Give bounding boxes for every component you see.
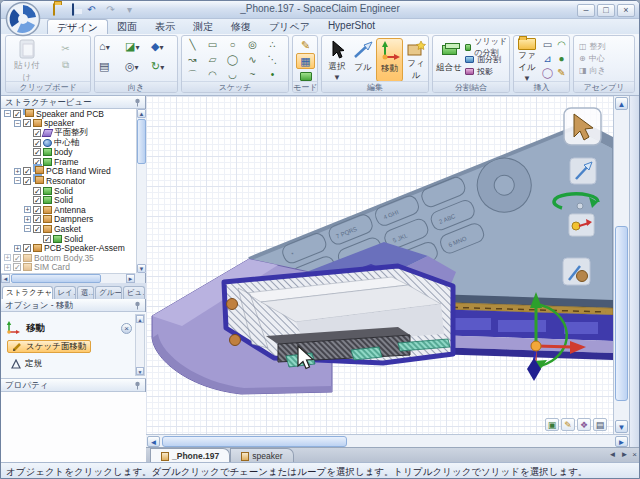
document-tab-speaker[interactable]: speaker <box>230 448 293 463</box>
checkbox-icon[interactable]: ✓ <box>33 206 41 214</box>
tree-item[interactable]: −✓Gasket <box>1 224 146 234</box>
tree-item[interactable]: +✓PCB-Speaker-Assem <box>1 243 146 253</box>
phone-section-stack[interactable] <box>431 294 613 360</box>
home-view-icon[interactable]: ⌂▾ <box>99 40 125 60</box>
checkbox-icon[interactable]: ✓ <box>33 196 41 204</box>
sketch-point-icon[interactable]: • <box>265 68 280 81</box>
checkbox-icon[interactable]: ✓ <box>33 129 41 137</box>
checkbox-icon[interactable]: ✓ <box>33 158 41 166</box>
checkbox-icon[interactable]: ✓ <box>23 119 31 127</box>
paste-button[interactable]: 貼り付け <box>10 38 44 82</box>
sketch-construction-icon[interactable]: ∴ <box>265 38 280 51</box>
spin-icon[interactable]: ↻▾ <box>151 60 177 80</box>
tree-item[interactable]: ✓Solid <box>1 234 146 244</box>
sketch-points-icon[interactable]: ⋱ <box>265 53 280 66</box>
tree-item[interactable]: −✓Resonator <box>1 176 146 186</box>
scroll-up-icon[interactable]: ▲ <box>137 109 146 118</box>
sketch-rectangle-icon[interactable]: ▭ <box>205 38 220 51</box>
insert-file-button[interactable]: ファイル ▼ <box>514 38 540 82</box>
combine-button[interactable]: 組合せ <box>434 38 464 82</box>
pin-icon[interactable] <box>133 301 142 310</box>
checkbox-icon[interactable]: ✓ <box>23 177 31 185</box>
pull-button[interactable]: プル <box>351 38 375 82</box>
sketch-sweep-arc-icon[interactable]: ◡ <box>225 68 240 81</box>
options-close-icon[interactable]: × <box>121 323 132 334</box>
align-button[interactable]: ◫整列 <box>579 40 606 52</box>
iso-view-icon[interactable]: ◆▾ <box>151 40 177 60</box>
scroll-left-icon[interactable]: ◄ <box>147 436 160 447</box>
maximize-button[interactable]: □ <box>597 4 615 17</box>
tree-item[interactable]: +✓Antenna <box>1 205 146 215</box>
checkbox-icon[interactable]: ✓ <box>23 167 31 175</box>
sketch-edit-icon[interactable]: ✎ <box>561 418 575 431</box>
viewport-horizontal-scrollbar[interactable]: ◄ ► <box>146 434 629 447</box>
tab-display[interactable]: 表示 <box>146 19 184 34</box>
zoom-icon[interactable]: ◎▾ <box>125 60 151 80</box>
snapshot-icon[interactable]: ▤ <box>593 418 607 431</box>
save-icon[interactable] <box>64 3 81 17</box>
3d-model-canvas[interactable]: * 7 PQRS 4 GHI 8 TUV 5 JKL 2 ABC 6 MNO <box>146 96 613 434</box>
scroll-up-icon[interactable]: ▲ <box>136 315 144 323</box>
checkbox-icon[interactable]: ✓ <box>33 215 41 223</box>
prev-tab-icon[interactable]: ◄ <box>608 450 616 459</box>
document-tab-phone[interactable]: _Phone.197 <box>150 448 230 463</box>
qat-dropdown-icon[interactable]: ▾ <box>121 3 138 17</box>
tab-measure[interactable]: 測定 <box>184 19 222 34</box>
option-sketch-plane-move[interactable]: スケッチ面移動 <box>7 340 91 353</box>
scroll-down-icon[interactable]: ▼ <box>137 264 146 273</box>
insert-sphere-icon[interactable]: ● <box>555 52 568 65</box>
select-button[interactable]: 選択 ▼ <box>324 38 350 82</box>
tree-item[interactable]: +✓Bottom Body.35 <box>1 253 146 263</box>
tree-item[interactable]: +✓SIM Card <box>1 263 146 273</box>
tree-item[interactable]: ✓Frame <box>1 157 146 167</box>
sketch-circle-icon[interactable]: ○ <box>225 38 240 51</box>
checkbox-icon[interactable]: ✓ <box>33 187 41 195</box>
component-view-icon[interactable]: ▤ <box>99 60 125 80</box>
tree-item[interactable]: ✓中心軸 <box>1 138 146 148</box>
tab-design[interactable]: デザイン <box>47 19 108 34</box>
checkbox-icon[interactable]: ✓ <box>13 110 21 118</box>
insert-shell-icon[interactable]: ◯ <box>541 66 554 79</box>
scrollbar-thumb[interactable] <box>11 274 101 283</box>
point-float-button[interactable] <box>563 258 590 285</box>
sketch-polygon-icon[interactable]: ▱ <box>205 53 220 66</box>
expander-icon[interactable]: + <box>14 245 21 252</box>
sketch-line-icon[interactable]: ╲ <box>185 38 200 51</box>
checkbox-icon[interactable]: ✓ <box>33 148 41 156</box>
scrollbar-thumb[interactable] <box>615 226 628 401</box>
tab-hypershot[interactable]: HyperShot <box>319 19 384 34</box>
checkbox-icon[interactable]: ✓ <box>33 225 41 233</box>
annotation-icon[interactable]: ❖ <box>577 418 591 431</box>
viewport-vertical-scrollbar[interactable]: ▲ ▼ <box>613 96 629 434</box>
insert-axis-icon[interactable]: ⊿ <box>541 52 554 65</box>
tab-detail[interactable]: 図面 <box>108 19 146 34</box>
close-tab-icon[interactable]: × <box>632 450 637 459</box>
scroll-up-icon[interactable]: ▲ <box>615 97 628 110</box>
panel-tab-layers[interactable]: レイ… <box>54 286 76 299</box>
insert-plane-icon[interactable]: ▭ <box>541 38 554 51</box>
orient-button[interactable]: ◨向き <box>579 64 606 76</box>
scroll-right-icon[interactable]: ► <box>615 436 628 447</box>
tree-item[interactable]: −✓Speaker and PCB <box>1 109 146 119</box>
expander-icon[interactable]: + <box>4 254 11 261</box>
scrollbar-thumb[interactable] <box>137 119 146 164</box>
sketch-arc-icon[interactable]: ⌒ <box>185 68 200 81</box>
pin-icon[interactable] <box>133 98 142 107</box>
panel-tab-views[interactable]: ビュ… <box>123 286 145 299</box>
checkbox-icon[interactable]: ✓ <box>23 244 31 252</box>
select-tool-float-button[interactable] <box>564 108 601 145</box>
sketch-tangent-line-icon[interactable]: ↝ <box>185 53 200 66</box>
plan-view-icon[interactable]: ◪▾ <box>125 40 151 60</box>
solid-view-toggle-icon[interactable]: ▣ <box>545 418 559 431</box>
expander-icon[interactable]: − <box>24 225 31 232</box>
move-button[interactable]: 移動 <box>376 38 403 82</box>
spaceclaim-logo-icon[interactable] <box>5 1 41 37</box>
expander-icon[interactable]: + <box>14 168 21 175</box>
tree-horizontal-scrollbar[interactable]: ◄ ► <box>1 273 135 283</box>
cut-icon[interactable]: ✂ <box>58 42 73 55</box>
open-file-icon[interactable] <box>45 3 62 17</box>
scroll-down-icon[interactable]: ▼ <box>615 420 628 433</box>
fill-button[interactable]: フィル <box>404 38 428 82</box>
panel-tab-structure[interactable]: ストラクチャービ… <box>2 286 53 299</box>
expander-icon[interactable]: − <box>14 177 21 184</box>
